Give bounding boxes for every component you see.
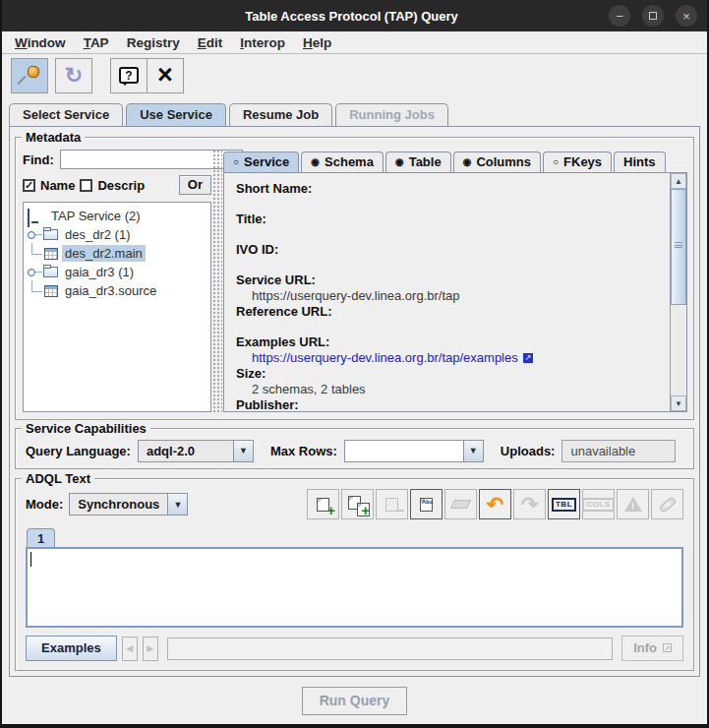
tab-select-service[interactable]: Select Service [9,103,123,126]
insert-columns-button: COLS [582,489,615,519]
find-label: Find: [23,152,54,167]
table-icon [44,248,58,260]
add-tab-button[interactable]: + [307,489,339,519]
bandaid-icon [658,496,677,514]
tree-row-gaia-dr3-source[interactable]: gaia_dr3.source [26,281,208,300]
tab-fkeys[interactable]: ○FKeys [543,152,612,172]
help-button[interactable]: ? [110,58,148,93]
menu-edit[interactable]: Edit [189,33,232,52]
mode-select[interactable]: Synchronous ▼ [69,493,188,516]
copy-tab-icon [348,496,361,510]
examples-button[interactable]: Examples [26,636,117,661]
help-icon: ? [119,67,139,84]
tap-query-window: Table Access Protocol (TAP) Query − × Wi… [0,0,709,728]
metadata-right-pane: ○Service ◉Schema ◉Table ◉Columns ○FKeys … [223,150,687,412]
uploads-label: Uploads: [501,444,556,458]
tab-table[interactable]: ◉Table [385,152,451,172]
capabilities-legend: Service Capabilities [22,421,150,436]
undo-button[interactable]: ↶ [479,489,511,519]
tap-service-icon [28,210,44,223]
minimize-button[interactable]: − [609,5,630,27]
tab-columns[interactable]: ◉Columns [453,152,541,172]
reload-button[interactable]: ↻ [55,58,92,93]
close-window-button[interactable]: × [147,58,184,93]
metadata-legend: Metadata [22,130,85,145]
close-button[interactable]: × [676,5,697,27]
metadata-left-pane: Find: ✓ Name Descrip Or TAP Service (2) [23,150,211,412]
or-toggle-button[interactable]: Or [179,175,211,195]
query-language-label: Query Language: [26,444,131,458]
redo-button: ↷ [513,489,546,519]
query-language-select[interactable]: adql-2.0 ▼ [138,440,254,462]
metadata-tree: TAP Service (2) des_dr2 (1) des_dr2.main [23,202,211,412]
close-x-icon: × [157,65,173,87]
minimize-icon: − [616,10,623,23]
rename-tab-button[interactable]: Abc [410,489,443,519]
scrollbar-thumb[interactable] [671,189,686,305]
descrip-checkbox[interactable] [80,179,92,192]
main-tabs: Select Service Use Service Resume Job Ru… [2,96,707,126]
chevron-down-icon: ▼ [167,494,187,515]
query-tab-1[interactable]: 1 [27,528,55,547]
maximize-button[interactable] [642,5,664,27]
metadata-section: Metadata Find: ✓ Name Descrip Or TAP Se [15,137,694,420]
eraser-icon [450,500,471,509]
service-detail-content: Short Name: Title: IVO ID: Service URL: … [224,173,670,411]
clear-text-button [444,489,477,519]
tree-expand-handle-icon[interactable] [28,269,35,276]
scroll-up-icon[interactable]: ▲ [671,173,686,189]
descrip-checkbox-label: Descrip [97,178,145,193]
tab-service[interactable]: ○Service [223,152,299,172]
tree-connector [31,243,42,255]
prev-example-button: ◀ [122,637,138,661]
parse-errors-button: ! [617,489,649,519]
use-service-panel: Metadata Find: ✓ Name Descrip Or TAP Se [9,126,700,677]
adql-toolbar: + + − Abc ↶ ↷ TBL COLS ! [307,489,683,519]
chevron-right-icon: ▶ [147,643,153,653]
detail-tabs: ○Service ◉Schema ◉Table ◉Columns ○FKeys … [223,150,687,172]
name-checkbox[interactable]: ✓ [23,179,35,192]
tree-expand-handle-icon[interactable] [28,231,35,239]
maximize-icon [649,12,657,20]
menu-window[interactable]: Window [6,33,75,52]
tab-schema[interactable]: ◉Schema [301,152,384,172]
max-rows-label: Max Rows: [270,444,337,458]
undo-icon: ↶ [487,494,504,515]
loaded-marker-icon: ○ [233,157,239,167]
chevron-down-icon: ▼ [463,441,483,461]
external-link-icon: ↗ [523,353,533,363]
scroll-down-icon[interactable]: ▼ [671,395,686,411]
text-caret [30,552,31,567]
service-url-value: https://userquery-dev.linea.org.br/tap [236,288,658,303]
menubar: Window TAP Registry Edit Interop Help [2,31,707,54]
pin-window-button[interactable] [11,58,48,93]
tree-row-schema-gaia-dr3[interactable]: gaia_dr3 (1) [26,263,208,281]
tree-row-schema-des-dr2[interactable]: des_dr2 (1) [26,225,208,244]
adql-query-textarea[interactable] [26,547,683,628]
menu-registry[interactable]: Registry [118,33,189,52]
tree-row-root[interactable]: TAP Service (2) [26,207,208,225]
reload-icon: ↻ [65,65,83,87]
toolbar: ↻ ? × [2,54,707,96]
copy-tab-button[interactable]: + [341,489,374,519]
menu-interop[interactable]: Interop [231,33,294,52]
tree-row-des-dr2-main[interactable]: des_dr2.main [26,244,208,263]
example-status-field [167,637,613,660]
warning-icon: ! [624,497,642,512]
chevron-left-icon: ◀ [126,643,133,653]
menu-tap[interactable]: TAP [75,33,118,52]
menu-help[interactable]: Help [294,33,340,52]
detail-scrollbar[interactable]: ▲ ▼ [670,173,686,411]
insert-table-button[interactable]: TBL [548,489,580,519]
service-capabilities-section: Service Capabilities Query Language: adq… [15,428,694,469]
tab-resume-job[interactable]: Resume Job [229,103,332,126]
name-checkbox-label: Name [40,178,75,193]
max-rows-select[interactable]: ▼ [344,440,484,462]
run-query-button: Run Query [302,687,408,715]
examples-url-link[interactable]: https://userquery-dev.linea.org.br/tap/e… [236,350,658,365]
split-pane-divider[interactable] [212,150,222,412]
uploads-value-field: unavailable [561,440,676,462]
tab-use-service[interactable]: Use Service [126,103,226,126]
tab-hints[interactable]: Hints [614,152,666,172]
redo-icon: ↷ [521,494,539,515]
